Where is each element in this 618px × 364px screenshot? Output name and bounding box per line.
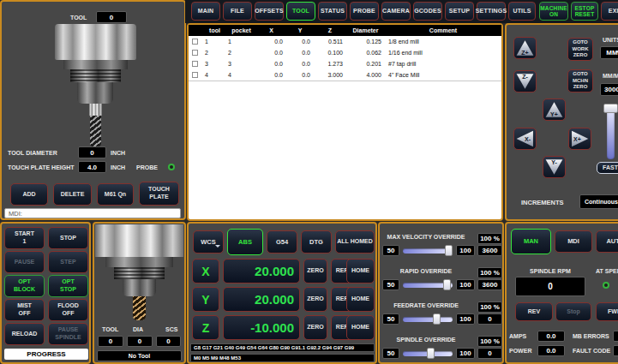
cell-comment: 1/8 end mill: [385, 36, 501, 47]
feedrate-value: 0: [477, 313, 502, 325]
zero-y-button[interactable]: ZERO: [303, 287, 327, 312]
mdi-input[interactable]: MDI:: [4, 208, 181, 218]
auto-tab[interactable]: AUTO: [596, 230, 618, 253]
axis-x-button[interactable]: X: [192, 259, 219, 283]
axis-y-button[interactable]: Y: [192, 287, 219, 312]
jog-speed-slider[interactable]: [607, 106, 615, 159]
col-header-x[interactable]: X: [256, 25, 286, 36]
dtg-button[interactable]: DTG: [301, 230, 332, 254]
tab-main[interactable]: MAIN: [191, 2, 220, 21]
max-velocity-max-button[interactable]: 100: [456, 245, 475, 256]
table-row[interactable]: 3 3 0.0 0.0 1.273 0.201 #7 tap drill: [189, 58, 501, 70]
delete-tool-button[interactable]: DELETE: [53, 183, 92, 206]
flood-button[interactable]: FLOOD OFF: [48, 299, 88, 321]
table-row[interactable]: 2 2 0.0 0.0 0.100 0.062 1/16 end mill: [189, 47, 501, 59]
zero-x-button[interactable]: ZERO: [303, 259, 327, 283]
g54-button[interactable]: G54: [267, 230, 297, 254]
endmill-flutes: [133, 296, 146, 320]
man-tab[interactable]: MAN: [511, 229, 551, 254]
col-header-tool[interactable]: tool: [203, 25, 226, 36]
spindle-rev-button[interactable]: REV: [515, 302, 553, 321]
tab-gcodes[interactable]: GCODES: [413, 2, 442, 21]
tab-camera[interactable]: CAMERA: [381, 2, 411, 21]
home-z-button[interactable]: HOME: [346, 315, 375, 340]
increments-dropdown[interactable]: Continuous: [579, 194, 618, 209]
opt-block-button[interactable]: OPT BLOCK: [4, 275, 45, 297]
tab-setup[interactable]: SETUP: [445, 2, 474, 21]
pause-spindle-button[interactable]: PAUSE SPINDLE: [48, 323, 88, 345]
col-header-pocket[interactable]: pocket: [226, 25, 256, 36]
feedrate-min-button[interactable]: 50: [382, 313, 399, 325]
feedrate-slider[interactable]: [403, 317, 453, 322]
at-speed-led: [603, 282, 609, 289]
tab-utils[interactable]: UTILS: [508, 2, 536, 21]
jog-z-minus-button[interactable]: Z-: [513, 70, 537, 92]
tab-status[interactable]: STATUS: [318, 2, 347, 21]
rapid-max-button[interactable]: 100: [456, 279, 475, 290]
pause-button[interactable]: PAUSE: [4, 251, 45, 273]
rapid-min-button[interactable]: 50: [382, 279, 399, 290]
exit-button[interactable]: EXIT: [601, 2, 618, 21]
tab-file[interactable]: FILE: [223, 2, 252, 21]
jog-x-plus-button[interactable]: X+: [568, 128, 591, 150]
goto-machine-zero-button[interactable]: GOTO MCHN ZERO: [567, 69, 593, 92]
home-x-button[interactable]: HOME: [346, 259, 375, 283]
rapid-value: 3600: [477, 279, 502, 290]
max-velocity-slider-handle[interactable]: [445, 245, 453, 256]
spindle-stop-button[interactable]: Stop: [555, 302, 591, 321]
goto-work-zero-button[interactable]: GOTO WORK ZERO: [567, 38, 593, 61]
col-header-diameter[interactable]: Diameter: [346, 25, 385, 36]
mdi-tab[interactable]: MDI: [555, 230, 592, 253]
feedrate-slider-handle[interactable]: [433, 313, 441, 325]
spindle-slider-handle[interactable]: [427, 348, 435, 359]
opt-stop-button[interactable]: OPT STOP: [48, 275, 88, 297]
cycle-start-button[interactable]: START 1: [4, 227, 45, 249]
jog-x-minus-button[interactable]: X-: [513, 128, 537, 150]
reload-button[interactable]: RELOAD: [4, 323, 45, 345]
jog-z-plus-button[interactable]: Z+: [513, 37, 537, 59]
jog-y-minus-button[interactable]: Y-: [543, 156, 566, 178]
row-checkbox[interactable]: [192, 50, 198, 56]
touch-plate-height-field[interactable]: 4.0: [78, 161, 106, 173]
spindle-min-button[interactable]: 50: [382, 348, 399, 359]
all-homed-button[interactable]: ALL HOMED: [335, 230, 375, 254]
row-checkbox[interactable]: [192, 39, 198, 45]
tab-offsets[interactable]: OFFSETS: [255, 2, 284, 21]
estop-reset-button[interactable]: ESTOP RESET: [571, 2, 598, 21]
cycle-stop-button[interactable]: STOP: [48, 227, 88, 249]
zero-z-button[interactable]: ZERO: [303, 315, 327, 340]
jog-y-plus-button[interactable]: Y+: [543, 98, 566, 121]
col-header-y[interactable]: Y: [286, 25, 314, 36]
table-row[interactable]: 4 4 0.0 0.0 3.000 4.000 4" Face Mill: [189, 69, 501, 81]
tool-diameter-field[interactable]: 0: [78, 146, 106, 158]
feedrate-max-button[interactable]: 100: [456, 313, 475, 325]
tool-diameter-label: TOOL DIAMETER: [8, 150, 57, 156]
wcs-button[interactable]: WCS: [193, 230, 224, 254]
m61-qn-button[interactable]: M61 Qn: [97, 183, 134, 206]
rapid-percent: 100 %: [477, 267, 502, 278]
tab-tool[interactable]: TOOL: [286, 2, 315, 21]
spindle-max-button[interactable]: 100: [456, 348, 475, 359]
jog-speed-value[interactable]: 3000: [600, 83, 618, 96]
touch-plate-button[interactable]: TOUCH PLATE: [139, 182, 179, 206]
jog-units-dropdown[interactable]: MM: [600, 46, 618, 59]
jog-speed-slider-handle[interactable]: [603, 104, 618, 113]
col-header-z[interactable]: Z: [314, 25, 346, 36]
step-button[interactable]: STEP: [48, 251, 88, 273]
col-header-comment[interactable]: Comment: [385, 25, 501, 36]
machine-on-button[interactable]: MACHINE ON: [539, 2, 568, 21]
table-row[interactable]: 1 1 0.0 0.0 0.511 0.125 1/8 end mill: [189, 36, 501, 48]
row-checkbox[interactable]: [192, 72, 198, 78]
fast-button[interactable]: FAST: [597, 162, 618, 174]
mist-button[interactable]: MIST OFF: [4, 299, 45, 321]
abs-button[interactable]: ABS: [227, 229, 263, 255]
max-velocity-min-button[interactable]: 50: [382, 245, 399, 256]
rapid-slider-handle[interactable]: [443, 279, 451, 290]
add-tool-button[interactable]: ADD: [10, 183, 48, 206]
tab-probe[interactable]: PROBE: [350, 2, 379, 21]
home-y-button[interactable]: HOME: [346, 287, 375, 312]
tab-settings[interactable]: SETTINGS: [477, 2, 506, 21]
row-checkbox[interactable]: [192, 61, 198, 67]
spindle-fwd-button[interactable]: FWD: [596, 302, 618, 321]
axis-z-button[interactable]: Z: [192, 315, 219, 340]
